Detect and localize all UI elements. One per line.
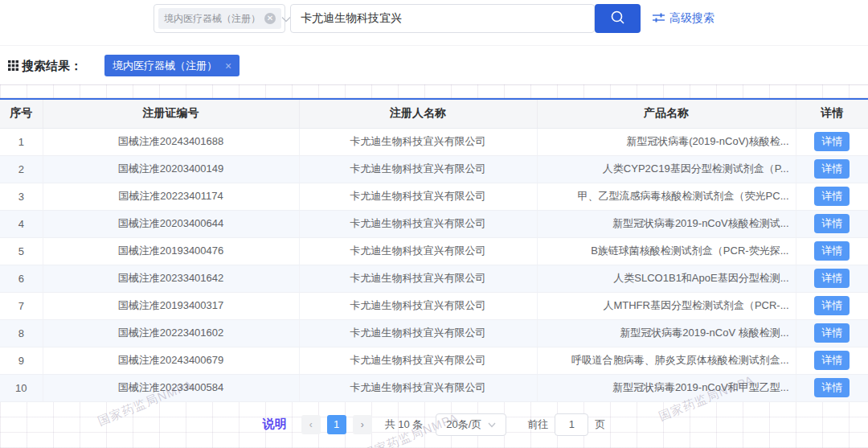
cell-registrant: 卡尤迪生物科技宜兴有限公司	[299, 292, 537, 319]
col-header-reg-no: 注册证编号	[43, 99, 299, 128]
detail-button[interactable]: 详情	[814, 296, 850, 315]
cell-reg-no: 国械注准20243401688	[43, 128, 299, 155]
col-header-index: 序号	[0, 99, 43, 128]
table-row: 4 国械注准20203400644 卡尤迪生物科技宜兴有限公司 新型冠状病毒20…	[0, 210, 868, 237]
cell-product: 人类CYP2C19基因分型检测试剂盒（P...	[537, 155, 796, 183]
detail-button[interactable]: 详情	[814, 323, 850, 343]
chevron-right-icon: ›	[361, 419, 364, 430]
col-header-detail: 详情	[796, 99, 868, 128]
cell-reg-no: 国械注准20203400644	[43, 210, 299, 237]
cell-reg-no: 国械注准20223401174	[43, 183, 299, 210]
detail-button[interactable]: 详情	[814, 187, 850, 206]
category-tag: 境内医疗器械（注册） ✕	[158, 8, 281, 29]
goto-prefix-label: 前往	[527, 417, 548, 432]
search-input[interactable]	[290, 4, 595, 33]
detail-button[interactable]: 详情	[814, 214, 850, 233]
page-size-label: 20条/页	[446, 417, 481, 432]
results-label-text: 搜索结果：	[22, 59, 82, 74]
result-filter-tag-label: 境内医疗器械（注册）	[113, 59, 217, 73]
cell-index: 7	[0, 292, 43, 319]
chevron-down-icon	[488, 418, 496, 430]
detail-button[interactable]: 详情	[814, 241, 850, 261]
note-link[interactable]: 说明	[263, 417, 287, 432]
search-results-page: 境内医疗器械（注册） ✕ 高级搜索	[0, 0, 868, 448]
cell-registrant: 卡尤迪生物科技宜兴有限公司	[299, 183, 537, 210]
current-page-button[interactable]: 1	[327, 415, 346, 434]
cell-product: 新型冠状病毒(2019-nCoV)核酸检...	[537, 128, 796, 155]
cell-registrant: 卡尤迪生物科技宜兴有限公司	[299, 237, 537, 265]
cell-index: 1	[0, 128, 43, 155]
cell-registrant: 卡尤迪生物科技宜兴有限公司	[299, 347, 537, 374]
search-bar: 境内医疗器械（注册） ✕ 高级搜索	[0, 0, 868, 46]
cell-detail: 详情	[796, 292, 868, 319]
results-row: 搜索结果： 境内医疗器械（注册） ×	[0, 46, 868, 84]
cell-registrant: 卡尤迪生物科技宜兴有限公司	[299, 128, 537, 155]
cell-detail: 详情	[796, 128, 868, 155]
goto-page-input[interactable]	[555, 413, 588, 436]
cell-product: 新型冠状病毒2019-nCoV和甲型乙型...	[537, 374, 796, 401]
cell-index: 6	[0, 265, 43, 292]
cell-reg-no: 国械注准20243400679	[43, 347, 299, 374]
search-button[interactable]	[595, 4, 641, 33]
cell-index: 8	[0, 319, 43, 347]
footer: 说明 ‹ 1 › 共 10 条 20条/页 前往 页	[0, 402, 868, 448]
detail-button[interactable]: 详情	[814, 351, 850, 370]
advanced-search-label: 高级搜索	[669, 11, 714, 26]
cell-registrant: 卡尤迪生物科技宜兴有限公司	[299, 374, 537, 401]
result-filter-tag: 境内医疗器械（注册） ×	[104, 55, 240, 76]
cell-index: 3	[0, 183, 43, 210]
prev-page-button[interactable]: ‹	[301, 415, 321, 434]
table-row: 6 国械注准20233401642 卡尤迪生物科技宜兴有限公司 人类SLCO1B…	[0, 265, 868, 292]
cell-detail: 详情	[796, 155, 868, 183]
cell-detail: 详情	[796, 374, 868, 401]
search-icon	[610, 10, 626, 28]
detail-button[interactable]: 详情	[814, 159, 850, 179]
table-row: 7 国械注准20193400317 卡尤迪生物科技宜兴有限公司 人MTHFR基因…	[0, 292, 868, 319]
cell-reg-no: 国械注准20233401642	[43, 265, 299, 292]
category-select[interactable]: 境内医疗器械（注册） ✕	[154, 4, 285, 33]
cell-product: 人MTHFR基因分型检测试剂盒（PCR-...	[537, 292, 796, 319]
col-header-product: 产品名称	[537, 99, 796, 128]
cell-registrant: 卡尤迪生物科技宜兴有限公司	[299, 319, 537, 347]
cell-detail: 详情	[796, 210, 868, 237]
cell-reg-no: 国械注准20223401602	[43, 319, 299, 347]
category-tag-close-icon[interactable]: ✕	[264, 13, 276, 24]
result-filter-tag-close-icon[interactable]: ×	[225, 60, 231, 72]
col-header-registrant: 注册人名称	[299, 99, 537, 128]
cell-index: 9	[0, 347, 43, 374]
table-row: 9 国械注准20243400679 卡尤迪生物科技宜兴有限公司 呼吸道合胞病毒、…	[0, 347, 868, 374]
cell-index: 5	[0, 237, 43, 265]
cell-reg-no: 国械注准20193400317	[43, 292, 299, 319]
table-row: 3 国械注准20223401174 卡尤迪生物科技宜兴有限公司 甲、乙型流感病毒…	[0, 183, 868, 210]
cell-index: 2	[0, 155, 43, 183]
goto-suffix-label: 页	[595, 417, 605, 432]
grid-icon	[8, 60, 18, 73]
cell-product: 甲、乙型流感病毒核酸检测试剂盒（荧光PC...	[537, 183, 796, 210]
cell-product: 新型冠状病毒2019-nCoV核酸检测试...	[537, 210, 796, 237]
watermark-grid-strip	[0, 84, 868, 98]
cell-product: 呼吸道合胞病毒、肺炎支原体核酸检测试剂盒...	[537, 347, 796, 374]
cell-registrant: 卡尤迪生物科技宜兴有限公司	[299, 155, 537, 183]
results-table: 序号 注册证编号 注册人名称 产品名称 详情 1 国械注准20243401688…	[0, 98, 868, 402]
table-row: 10 国械注准20233400584 卡尤迪生物科技宜兴有限公司 新型冠状病毒2…	[0, 374, 868, 401]
cell-detail: 详情	[796, 347, 868, 374]
category-tag-label: 境内医疗器械（注册）	[164, 12, 260, 26]
goto-page-group: 前往 页	[527, 413, 605, 436]
detail-button[interactable]: 详情	[814, 378, 850, 397]
pagination: 说明 ‹ 1 › 共 10 条 20条/页 前往 页	[0, 413, 868, 436]
page-size-select[interactable]: 20条/页	[436, 413, 506, 436]
results-label: 搜索结果：	[8, 59, 82, 74]
next-page-button[interactable]: ›	[353, 415, 372, 434]
total-count-text: 共 10 条	[385, 417, 424, 432]
chevron-left-icon: ‹	[309, 419, 313, 430]
table-header-row: 序号 注册证编号 注册人名称 产品名称 详情	[0, 99, 868, 128]
cell-index: 4	[0, 210, 43, 237]
detail-button[interactable]: 详情	[814, 132, 850, 151]
cell-product: 人类SLCO1B1和ApoE基因分型检测...	[537, 265, 796, 292]
cell-reg-no: 国械注准20203400149	[43, 155, 299, 183]
cell-product: 新型冠状病毒2019-nCoV 核酸检测...	[537, 319, 796, 347]
advanced-search-link[interactable]: 高级搜索	[653, 11, 714, 26]
filter-sliders-icon	[653, 12, 665, 26]
cell-index: 10	[0, 374, 43, 401]
detail-button[interactable]: 详情	[814, 269, 850, 288]
